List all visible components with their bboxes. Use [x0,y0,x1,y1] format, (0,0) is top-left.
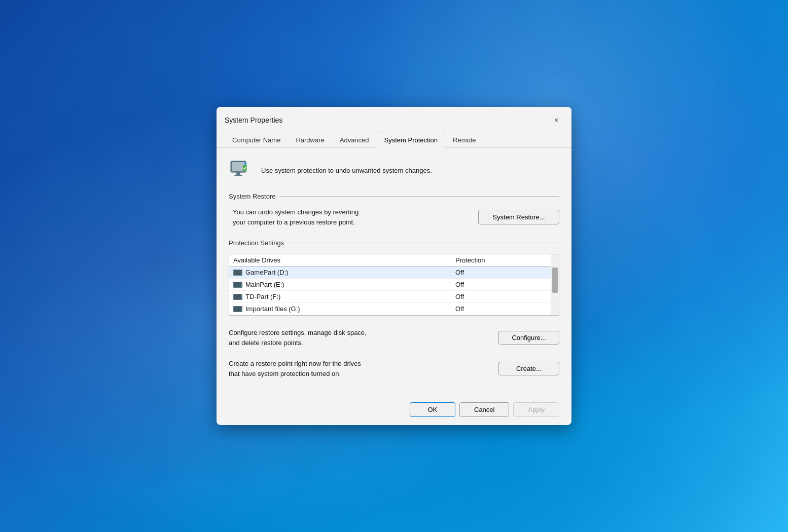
ok-button[interactable]: OK [410,402,455,417]
drives-scrollbar[interactable] [551,254,559,315]
system-protection-icon [229,158,253,182]
drive-row-gamepart[interactable]: GamePart (D:) Off [229,267,551,279]
system-restore-section-header: System Restore [229,193,559,200]
configure-row: Configure restore settings, manage disk … [229,323,559,353]
tab-content: Use system protection to undo unwanted s… [217,148,571,392]
system-properties-dialog: System Properties × Computer Name Hardwa… [217,107,571,425]
header-section: Use system protection to undo unwanted s… [229,158,559,182]
section-divider-1 [279,196,559,197]
drives-list: Available Drives Protection GamePart (D:… [229,254,551,315]
drive-icon-tdpart [233,294,242,300]
drive-icon-importantfiles [233,306,242,312]
create-row: Create a restore point right now for the… [229,354,559,384]
protection-settings-label: Protection Settings [229,239,284,247]
tab-advanced[interactable]: Advanced [332,132,377,148]
drive-protection-importantfiles: Off [455,305,547,313]
cancel-button[interactable]: Cancel [459,402,509,417]
tabs-container: Computer Name Hardware Advanced System P… [217,131,571,148]
title-bar: System Properties × [217,107,571,131]
tab-system-protection[interactable]: System Protection [377,132,446,148]
drive-name-importantfiles: Important files (G:) [233,305,455,313]
dialog-title: System Properties [225,116,282,124]
drive-protection-mainpart: Off [455,281,547,288]
system-restore-row: You can undo system changes by reverting… [229,207,559,227]
tab-hardware[interactable]: Hardware [288,132,332,148]
scrollbar-thumb [552,268,558,293]
create-description: Create a restore point right now for the… [229,359,361,378]
section-divider-2 [288,243,559,243]
dialog-footer: OK Cancel Apply [217,396,571,425]
drive-name-mainpart: MainPart (E:) [233,281,455,288]
drives-header-protection: Protection [455,256,547,264]
svg-rect-2 [236,172,240,175]
system-restore-description: You can undo system changes by reverting… [233,207,359,227]
configure-button[interactable]: Configure... [498,331,559,345]
drives-table-header: Available Drives Protection [229,254,551,267]
drive-row-mainpart[interactable]: MainPart (E:) Off [229,279,551,291]
drive-icon-mainpart [233,282,242,288]
protection-settings-section-header: Protection Settings [229,239,559,247]
drive-row-tdpart[interactable]: TD-Part (F:) Off [229,291,551,303]
drive-protection-tdpart: Off [455,293,547,300]
svg-rect-3 [234,175,242,176]
drive-name-tdpart: TD-Part (F:) [233,293,455,300]
drive-protection-gamepart: Off [455,269,547,276]
system-restore-label: System Restore [229,193,275,200]
drive-icon-gamepart [233,270,242,276]
header-description: Use system protection to undo unwanted s… [261,167,432,174]
drives-table: Available Drives Protection GamePart (D:… [229,254,559,316]
apply-button[interactable]: Apply [513,402,559,417]
configure-description: Configure restore settings, manage disk … [229,328,367,348]
tab-computer-name[interactable]: Computer Name [225,132,288,148]
drive-name-gamepart: GamePart (D:) [233,269,455,276]
create-button[interactable]: Create... [498,362,559,375]
close-button[interactable]: × [549,113,563,127]
drive-row-importantfiles[interactable]: Important files (G:) Off [229,303,551,315]
tab-remote[interactable]: Remote [445,132,484,148]
system-restore-button[interactable]: System Restore... [478,210,559,224]
drives-header-available: Available Drives [233,256,455,264]
